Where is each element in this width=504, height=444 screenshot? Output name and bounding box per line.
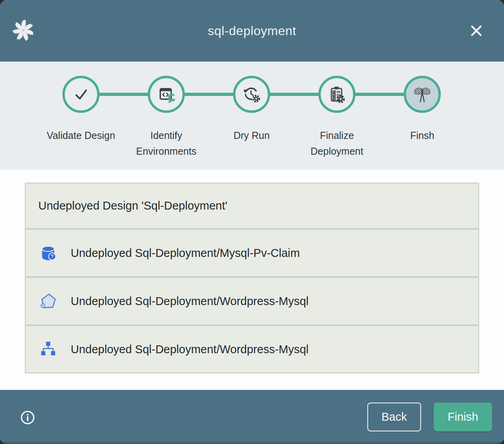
- deployment-status-content: Undeployed Design 'Sql-Deployment' ? Und…: [0, 170, 504, 390]
- step-label: Finsh: [410, 127, 434, 143]
- step-label: Identify Environments: [130, 127, 202, 159]
- status-row-mysql-pv-claim: ? Undeployed Sql-Deployment/Mysql-Pv-Cla…: [26, 230, 478, 276]
- info-button[interactable]: [20, 410, 36, 425]
- step-dry-run: Dry Run: [209, 76, 294, 159]
- step-finish: Finsh: [380, 76, 465, 159]
- code-window-wrench-icon: [157, 85, 176, 104]
- status-text: Undeployed Design 'Sql-Deployment': [38, 199, 228, 212]
- status-text: Undeployed Sql-Deployment/Wordpress-Mysq…: [71, 295, 308, 308]
- step-label: Validate Design: [47, 127, 115, 143]
- dialog-title: sql-deployment: [0, 0, 504, 62]
- close-button[interactable]: [468, 22, 485, 39]
- checkered-flags-icon: [413, 85, 432, 104]
- close-icon: [468, 23, 484, 39]
- sql-deployment-dialog: sql-deployment: [0, 0, 504, 444]
- step-validate-design: Validate Design: [38, 76, 124, 159]
- check-icon: [71, 85, 90, 104]
- clipboard-gear-icon: [327, 85, 346, 104]
- step-finalize-deployment: Finalize Deployment: [294, 76, 380, 159]
- back-button[interactable]: Back: [367, 403, 421, 431]
- tree-topology-icon: [39, 340, 57, 358]
- step-circle: [148, 76, 185, 113]
- dialog-footer: Back Finish: [0, 390, 504, 444]
- finish-button[interactable]: Finish: [434, 403, 492, 431]
- info-icon: [20, 410, 36, 425]
- step-circle: [233, 76, 270, 113]
- step-label: Dry Run: [233, 127, 270, 143]
- step-identify-environments: Identify Environments: [124, 76, 209, 159]
- pod-pentagon-icon: [39, 292, 57, 310]
- status-text: Undeployed Sql-Deployment/Mysql-Pv-Claim: [71, 247, 300, 260]
- status-row-design: Undeployed Design 'Sql-Deployment': [26, 184, 478, 228]
- step-circle: [404, 76, 441, 113]
- status-list-panel: Undeployed Design 'Sql-Deployment' ? Und…: [25, 183, 479, 373]
- step-circle: [62, 76, 100, 113]
- status-text: Undeployed Sql-Deployment/Wordpress-Mysq…: [71, 343, 308, 356]
- database-question-icon: ?: [39, 244, 57, 262]
- dialog-header: sql-deployment: [0, 0, 504, 62]
- svg-text:?: ?: [51, 254, 54, 259]
- step-label: Finalize Deployment: [301, 127, 373, 159]
- deployment-stepper: Validate Design: [0, 62, 504, 170]
- step-circle: [318, 76, 355, 113]
- status-row-wordpress-mysql-pod: Undeployed Sql-Deployment/Wordpress-Mysq…: [26, 278, 478, 324]
- status-row-wordpress-mysql-tree: Undeployed Sql-Deployment/Wordpress-Mysq…: [26, 326, 478, 373]
- history-gear-icon: [242, 85, 261, 104]
